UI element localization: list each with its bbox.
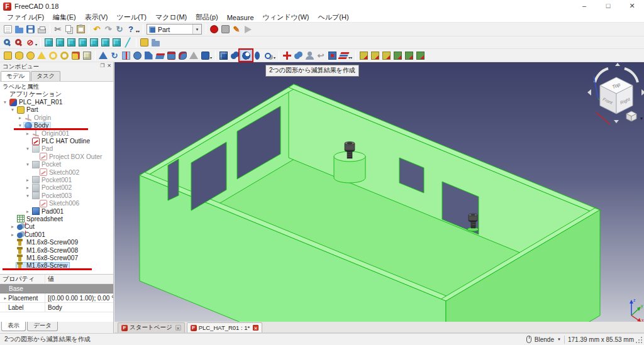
revolve-button[interactable]: ↻ bbox=[109, 50, 120, 61]
create-primitives-button[interactable] bbox=[70, 50, 81, 61]
check-geometry-button[interactable] bbox=[304, 50, 315, 61]
sweep-button[interactable] bbox=[177, 50, 188, 61]
macro-stop-button[interactable] bbox=[219, 24, 231, 35]
view-left-button[interactable] bbox=[111, 37, 122, 48]
tree-expander-icon[interactable]: ▾ bbox=[9, 107, 16, 112]
tab-tasks[interactable]: タスク bbox=[31, 71, 60, 81]
thickness-button[interactable] bbox=[199, 50, 211, 61]
close-button[interactable]: ✕ bbox=[620, 0, 644, 13]
menu-item[interactable]: マクロ(M) bbox=[151, 13, 191, 22]
property-group-base[interactable]: Base bbox=[0, 284, 113, 293]
tree-item[interactable]: ▾Pocket003 bbox=[0, 192, 113, 199]
tree-item[interactable]: ▾Pad bbox=[0, 145, 113, 153]
tree-item[interactable]: M1.6x8-Screw bbox=[0, 262, 113, 270]
menu-item[interactable]: 表示(V) bbox=[80, 13, 113, 22]
chamfer-button[interactable] bbox=[143, 50, 154, 61]
close-panel-icon[interactable]: ✕ bbox=[107, 63, 111, 68]
box-primitive-button[interactable] bbox=[2, 50, 13, 61]
maximize-button[interactable]: □ bbox=[596, 0, 620, 13]
document-tab[interactable]: FPLC_HAT_R01 : 1*✕ bbox=[187, 322, 263, 332]
tree-item[interactable]: Project BOX Outer bbox=[0, 153, 113, 160]
defeaturing-button[interactable] bbox=[326, 50, 338, 61]
property-expander-icon[interactable]: ▸ bbox=[3, 295, 8, 301]
sphere-primitive-button[interactable] bbox=[25, 50, 36, 61]
float-panel-icon[interactable]: ❐ bbox=[100, 63, 104, 68]
tree-item[interactable]: ▸Origin bbox=[0, 114, 113, 121]
menu-item[interactable]: ヘルプ(H) bbox=[314, 13, 353, 22]
tree-item[interactable]: ▸Pad001 bbox=[0, 207, 113, 215]
nav-style-selector[interactable]: Blende bbox=[535, 336, 554, 343]
redo-dropdown-icon[interactable]: ▾ bbox=[138, 29, 140, 33]
boolean-section-button[interactable] bbox=[263, 50, 274, 61]
measure-clear-all-button[interactable] bbox=[392, 50, 403, 61]
measure-refresh-button[interactable] bbox=[380, 50, 392, 61]
open-file-button[interactable] bbox=[13, 24, 25, 35]
document-tab[interactable]: Fスタートページ✕ bbox=[118, 322, 185, 332]
tree-expander-icon[interactable]: ▸ bbox=[25, 177, 31, 183]
measure-toggle-3d-button[interactable] bbox=[414, 50, 426, 61]
tree-item[interactable]: ▾Body bbox=[0, 122, 113, 129]
cross-sections-button[interactable] bbox=[281, 50, 292, 61]
property-row[interactable]: ▸Placement[(0.00 0.00 1.00); 0.00 °; (0.… bbox=[0, 293, 113, 303]
redo-button[interactable]: ↷ bbox=[103, 24, 114, 35]
fit-all-button[interactable] bbox=[2, 37, 13, 48]
tube-primitive-button[interactable] bbox=[58, 50, 70, 61]
measure-angular-button[interactable] bbox=[369, 50, 380, 61]
menu-item[interactable]: Measure bbox=[223, 14, 258, 21]
tree-expander-icon[interactable]: ▸ bbox=[25, 209, 31, 214]
property-row[interactable]: LabelBody bbox=[0, 303, 113, 312]
cut-clipboard-button[interactable]: ✂ bbox=[52, 24, 64, 35]
tree-item[interactable]: ▸Origin001 bbox=[0, 129, 113, 137]
extrude-button[interactable] bbox=[97, 50, 109, 61]
tree-item[interactable]: M1.6x8-Screw009 bbox=[0, 238, 113, 246]
cylinder-primitive-button[interactable] bbox=[13, 50, 25, 61]
navcube-menu-arrow-icon[interactable]: ▾ bbox=[640, 116, 643, 121]
view-axonometric-button[interactable] bbox=[43, 37, 54, 48]
whats-this-button[interactable]: ? bbox=[125, 24, 136, 35]
offset-button[interactable] bbox=[188, 50, 199, 61]
loft-button[interactable] bbox=[165, 50, 177, 61]
measure-linear-button[interactable] bbox=[358, 50, 369, 61]
undo-button[interactable]: ↶ bbox=[91, 24, 103, 35]
mirror-button[interactable] bbox=[120, 50, 131, 61]
macro-play-button[interactable] bbox=[242, 24, 253, 35]
tree-item[interactable]: Spreadsheet bbox=[0, 215, 113, 222]
create-group-button[interactable] bbox=[150, 37, 161, 48]
menu-item[interactable]: ファイル(F) bbox=[3, 13, 48, 22]
property-value[interactable]: Body bbox=[45, 304, 113, 311]
refresh-button[interactable]: ↻ bbox=[114, 24, 125, 35]
cone-primitive-button[interactable] bbox=[36, 50, 47, 61]
menu-item[interactable]: ツール(T) bbox=[112, 13, 151, 22]
ruled-surface-button[interactable] bbox=[154, 50, 165, 61]
paste-clipboard-button[interactable] bbox=[75, 24, 86, 35]
tree-item[interactable]: Sketch002 bbox=[0, 168, 113, 176]
cross-layers-button[interactable] bbox=[338, 50, 349, 61]
tree-item[interactable]: ▸Pocket001 bbox=[0, 176, 113, 183]
tab-data-properties[interactable]: データ bbox=[27, 322, 58, 331]
resize-grip[interactable] bbox=[636, 337, 643, 344]
tree-expander-icon[interactable]: ▸ bbox=[25, 131, 31, 136]
tree-expander-icon[interactable]: ▸ bbox=[9, 232, 16, 238]
tree-item[interactable]: ▾PLC_HAT_R01 bbox=[0, 98, 113, 106]
tree-item[interactable]: ▾Pocket bbox=[0, 161, 113, 168]
boolean-common-button[interactable] bbox=[252, 50, 263, 61]
measure-distance-view-button[interactable]: ╱ bbox=[122, 37, 133, 48]
view-bottom-button[interactable] bbox=[99, 37, 111, 48]
view-rear-button[interactable] bbox=[88, 37, 99, 48]
macro-edit-button[interactable]: ✎ bbox=[231, 24, 242, 35]
boolean-cut-button[interactable] bbox=[240, 50, 252, 61]
close-tab-icon[interactable]: ✕ bbox=[175, 325, 181, 331]
view-front-button[interactable] bbox=[54, 37, 65, 48]
new-file-button[interactable] bbox=[2, 24, 13, 35]
tree-item[interactable]: ▸Cut bbox=[0, 223, 113, 231]
create-part-button[interactable] bbox=[138, 37, 150, 48]
boolean-union-button[interactable] bbox=[229, 50, 240, 61]
tree-expander-icon[interactable]: ▸ bbox=[25, 185, 31, 190]
draw-style-button[interactable]: ⊘ bbox=[25, 37, 36, 48]
tree-expander-icon[interactable]: ▾ bbox=[17, 123, 23, 128]
tab-model[interactable]: モデル bbox=[1, 71, 30, 81]
title-bar[interactable]: F FreeCAD 0.18 – □ ✕ bbox=[0, 0, 644, 13]
torus-primitive-button[interactable] bbox=[47, 50, 58, 61]
menu-item[interactable]: ウィンドウ(W) bbox=[258, 13, 314, 22]
compound-tools-button[interactable] bbox=[292, 50, 304, 61]
